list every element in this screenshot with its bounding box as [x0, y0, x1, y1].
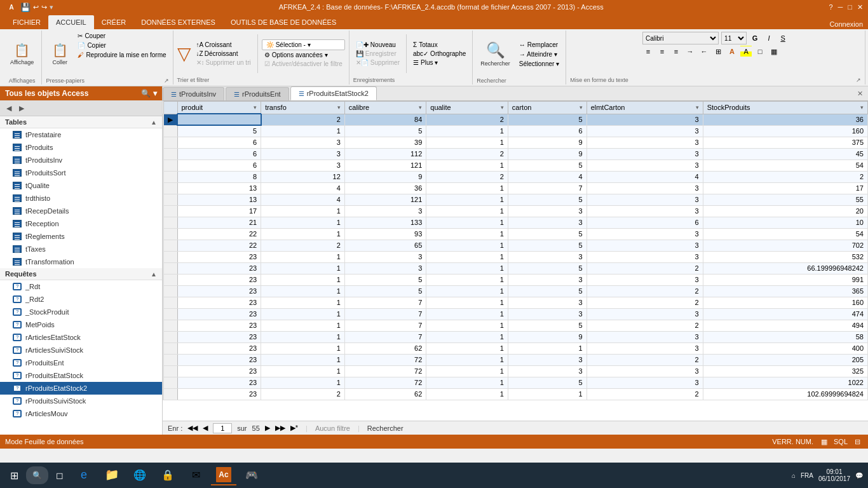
- start-btn[interactable]: ⊞: [5, 465, 24, 485]
- cell-9-6[interactable]: 10: [703, 217, 867, 228]
- cell-18-4[interactable]: 5: [508, 320, 587, 331]
- cell-21-0[interactable]: 23: [177, 354, 261, 365]
- cell-11-3[interactable]: 1: [426, 240, 508, 251]
- sidebar-item-rProduitsEtatStock2[interactable]: rProduitsEtatStock2: [0, 382, 162, 395]
- cell-24-1[interactable]: 2: [261, 388, 345, 400]
- couper-btn[interactable]: ✂ Couper: [75, 32, 168, 40]
- cell-5-0[interactable]: 8: [177, 171, 261, 182]
- affichage-btn[interactable]: 📋 Affichage: [6, 32, 37, 76]
- game-app[interactable]: 🎮: [239, 465, 264, 485]
- cell-13-1[interactable]: 1: [261, 262, 345, 274]
- cell-11-0[interactable]: 22: [177, 240, 261, 251]
- requetes-section-header[interactable]: Requêtes ▲: [0, 268, 162, 280]
- table-row[interactable]: 231719358: [163, 331, 868, 342]
- cell-7-1[interactable]: 4: [261, 194, 345, 205]
- cell-19-4[interactable]: 9: [508, 331, 587, 342]
- cell-16-1[interactable]: 1: [261, 297, 345, 308]
- cell-11-6[interactable]: 702: [703, 240, 867, 251]
- cell-18-3[interactable]: 1: [426, 320, 508, 331]
- cell-20-2[interactable]: 62: [344, 342, 426, 354]
- cell-2-2[interactable]: 39: [344, 137, 426, 148]
- cell-20-0[interactable]: 23: [177, 342, 261, 354]
- cell-5-6[interactable]: 2: [703, 171, 867, 182]
- sidebar-item-rProduitsSuiviStock[interactable]: rProduitsSuiviStock: [0, 395, 162, 407]
- cell-2-1[interactable]: 3: [261, 137, 345, 148]
- nav-current-input[interactable]: [213, 423, 232, 433]
- presse-expand-icon[interactable]: ↗: [164, 78, 169, 84]
- cell-3-4[interactable]: 9: [508, 148, 587, 159]
- cell-12-4[interactable]: 3: [508, 251, 587, 262]
- requetes-expand-icon[interactable]: ▲: [151, 271, 157, 278]
- cell-23-6[interactable]: 1022: [703, 377, 867, 388]
- cell-9-3[interactable]: 1: [426, 217, 508, 228]
- italic-btn[interactable]: I: [763, 32, 775, 44]
- cell-17-2[interactable]: 7: [344, 308, 426, 320]
- sidebar-item-rArticlesMouv[interactable]: rArticlesMouv: [0, 407, 162, 420]
- table-row[interactable]: 21113313610: [163, 217, 868, 228]
- cell-7-4[interactable]: 5: [508, 194, 587, 205]
- nouveau-btn[interactable]: 📄✚ Nouveau: [353, 41, 402, 49]
- cell-3-0[interactable]: 6: [177, 148, 261, 159]
- tray-icons[interactable]: ⌂: [792, 472, 796, 479]
- cell-3-2[interactable]: 112: [344, 148, 426, 159]
- cell-20-6[interactable]: 400: [703, 342, 867, 354]
- cell-12-3[interactable]: 1: [426, 251, 508, 262]
- cell-1-1[interactable]: 1: [261, 125, 345, 137]
- sidebar-item-tProduits[interactable]: tProduits: [0, 141, 162, 154]
- mise-en-forme-expand-icon[interactable]: ↗: [856, 77, 861, 83]
- table-row[interactable]: 2315133991: [163, 274, 868, 285]
- activer-desactiver-btn[interactable]: ☑ Activer/désactiver le filtre: [262, 60, 345, 68]
- cell-9-0[interactable]: 21: [177, 217, 261, 228]
- cell-1-4[interactable]: 6: [508, 125, 587, 137]
- sidebar-item-MetPoids[interactable]: MetPoids: [0, 318, 162, 331]
- cell-23-1[interactable]: 1: [261, 377, 345, 388]
- cell-22-4[interactable]: 3: [508, 365, 587, 377]
- cell-23-2[interactable]: 72: [344, 377, 426, 388]
- cell-5-1[interactable]: 12: [261, 171, 345, 182]
- grid-btn[interactable]: ⊞: [712, 46, 724, 57]
- sidebar-menu-icon[interactable]: ▾: [153, 89, 157, 98]
- sidebar-item-_StockProduit[interactable]: _StockProduit: [0, 306, 162, 318]
- nav-new-btn[interactable]: ▶*: [290, 424, 298, 432]
- cell-20-4[interactable]: 1: [508, 342, 587, 354]
- cell-1-6[interactable]: 160: [703, 125, 867, 137]
- table-row[interactable]: 81292442: [163, 171, 868, 182]
- cell-23-0[interactable]: 23: [177, 377, 261, 388]
- cell-10-6[interactable]: 54: [703, 228, 867, 240]
- cell-14-4[interactable]: 3: [508, 274, 587, 285]
- cell-7-3[interactable]: 1: [426, 194, 508, 205]
- sidebar-item-tTaxes[interactable]: tTaxes: [0, 243, 162, 255]
- cell-24-0[interactable]: 23: [177, 388, 261, 400]
- cell-11-5[interactable]: 3: [587, 240, 703, 251]
- align-right-btn[interactable]: ≡: [670, 46, 682, 57]
- cell-13-4[interactable]: 5: [508, 262, 587, 274]
- sidebar-item-tRecepDetails[interactable]: tRecepDetails: [0, 205, 162, 217]
- cell-11-1[interactable]: 2: [261, 240, 345, 251]
- cell-12-1[interactable]: 1: [261, 251, 345, 262]
- options-avancees-btn[interactable]: ⚙ Options avancées ▾: [262, 51, 345, 59]
- table-row[interactable]: 13412115355: [163, 194, 868, 205]
- cell-21-1[interactable]: 1: [261, 354, 345, 365]
- col-header-carton[interactable]: carton▾: [508, 102, 587, 114]
- rechercher-btn[interactable]: 🔍 Rechercher: [477, 32, 514, 76]
- cell-15-4[interactable]: 5: [508, 285, 587, 297]
- sidebar-item-_Rdt2[interactable]: _Rdt2: [0, 293, 162, 306]
- sidebar-nav-forward[interactable]: ▶: [15, 102, 28, 114]
- access-app[interactable]: Ac: [211, 465, 236, 485]
- cell-4-1[interactable]: 3: [261, 159, 345, 171]
- cell-22-6[interactable]: 325: [703, 365, 867, 377]
- security-app[interactable]: 🔒: [155, 465, 180, 485]
- cell-2-4[interactable]: 9: [508, 137, 587, 148]
- cell-6-0[interactable]: 13: [177, 182, 261, 194]
- cell-1-2[interactable]: 5: [344, 125, 426, 137]
- cell-17-3[interactable]: 1: [426, 308, 508, 320]
- align-center-btn[interactable]: ≡: [656, 46, 668, 57]
- help-btn[interactable]: ?: [829, 3, 832, 11]
- minimize-btn[interactable]: ─: [838, 3, 843, 11]
- cell-1-5[interactable]: 3: [587, 125, 703, 137]
- table-row[interactable]: 171313320: [163, 205, 868, 217]
- cell-17-1[interactable]: 1: [261, 308, 345, 320]
- cell-2-6[interactable]: 375: [703, 137, 867, 148]
- cell-19-0[interactable]: 23: [177, 331, 261, 342]
- sidebar-item-tPrestataire[interactable]: tPrestataire: [0, 128, 162, 141]
